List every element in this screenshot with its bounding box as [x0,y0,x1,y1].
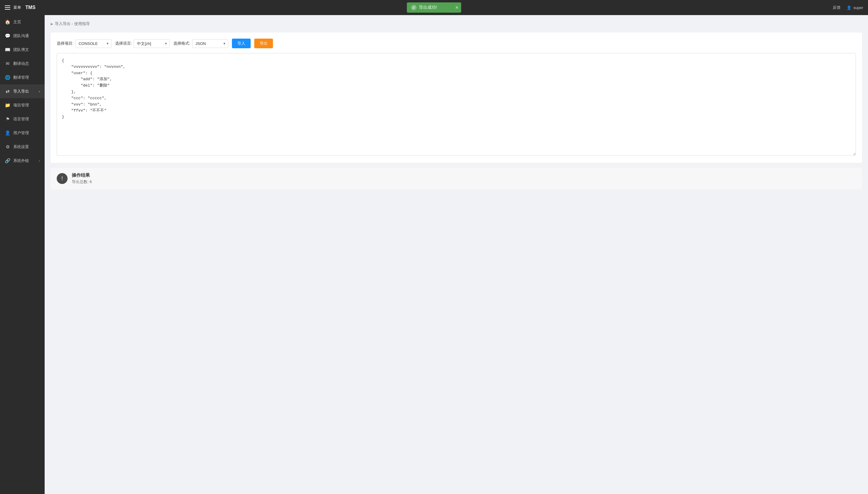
result-section: ! 操作结果 导出总数: 6 [51,168,862,189]
json-textarea[interactable]: { "vvvvvvvvvv": "nvvnvn", "user": { "add… [57,53,856,156]
user-icon: 👤 [847,5,851,10]
project-select-label: 选择项目: [57,41,74,46]
language-select-group: 选择语言: 中文[zh] ▼ [115,39,170,48]
project-icon: 📁 [5,102,10,108]
project-select-wrapper: CONSOLE ▼ [75,39,112,48]
toast-check-icon: ✓ [411,5,417,10]
result-content: 操作结果 导出总数: 6 [72,172,92,185]
external-icon: 🔗 [5,158,10,164]
external-expand-arrow: › [39,159,40,163]
toolbar: 选择项目: CONSOLE ▼ 选择语言: 中文[zh] ▼ [57,39,856,48]
sidebar-item-system-settings[interactable]: ⚙ 系统设置 [0,140,45,154]
format-select-group: 选择格式: JSON ▼ [173,39,228,48]
sidebar-label-translation-manage: 翻译管理 [13,75,40,80]
sidebar-item-team-blog[interactable]: 📖 团队博文 [0,43,45,57]
sidebar-item-translation-manage[interactable]: 🌐 翻译管理 [0,71,45,84]
language-select[interactable]: 中文[zh] [134,39,170,48]
sidebar-label-system-settings: 系统设置 [13,144,40,150]
project-select-group: 选择项目: CONSOLE ▼ [57,39,112,48]
user-menu[interactable]: 👤 super [847,5,863,10]
export-button[interactable]: 导出 [254,39,273,48]
sidebar-item-translation-trends[interactable]: ✉ 翻译动态 [0,57,45,71]
sidebar-label-team-chat: 团队沟通 [13,33,40,39]
translation-icon: 🌐 [5,75,10,80]
language-select-label: 选择语言: [115,41,132,46]
sidebar-label-project-manage: 项目管理 [13,102,40,108]
sidebar-label-home: 主页 [13,19,40,25]
import-export-icon: ⇄ [5,89,10,94]
sidebar-label-user-manage: 用户管理 [13,130,40,136]
app-layout: 🏠 主页 💬 团队沟通 📖 团队博文 ✉ 翻译动态 🌐 翻译管理 ⇄ 导入导出 … [0,15,868,494]
language-icon: ⚑ [5,116,10,122]
breadcrumb: ▶ 导入导出 - 使用指导 [51,21,862,26]
feedback-link[interactable]: 反馈 [833,5,841,10]
breadcrumb-arrow-icon: ▶ [51,22,53,26]
sidebar-label-system-external: 系统外链 [13,158,36,164]
sidebar-item-system-external[interactable]: 🔗 系统外链 › [0,154,45,168]
language-select-wrapper: 中文[zh] ▼ [134,39,170,48]
sidebar-item-import-export[interactable]: ⇄ 导入导出 › [0,84,45,98]
username-label: super [853,5,863,10]
sidebar-label-language-manage: 语言管理 [13,116,40,122]
blog-icon: 📖 [5,47,10,53]
menu-toggle[interactable] [5,5,10,10]
result-desc: 导出总数: 6 [72,179,92,185]
main-content: ▶ 导入导出 - 使用指导 选择项目: CONSOLE ▼ 选择语言: [45,15,868,494]
format-select-wrapper: JSON ▼ [192,39,228,48]
home-icon: 🏠 [5,19,10,25]
user-manage-icon: 👤 [5,130,10,136]
sidebar-item-project-manage[interactable]: 📁 项目管理 [0,98,45,112]
format-select[interactable]: JSON [192,39,228,48]
import-button[interactable]: 导入 [232,39,251,48]
chat-icon: 💬 [5,33,10,39]
sidebar-item-user-manage[interactable]: 👤 用户管理 [0,126,45,140]
app-logo: TMS [25,5,36,10]
sidebar-active-arrow: › [39,90,40,93]
result-icon: ! [57,173,67,184]
sidebar-label-import-export: 导入导出 [13,89,36,94]
toast-message: 导出成功! [419,5,437,10]
menu-label: 菜单 [13,5,21,10]
sidebar: 🏠 主页 💬 团队沟通 📖 团队博文 ✉ 翻译动态 🌐 翻译管理 ⇄ 导入导出 … [0,15,45,494]
sidebar-item-language-manage[interactable]: ⚑ 语言管理 [0,112,45,126]
sidebar-label-team-blog: 团队博文 [13,47,40,53]
trends-icon: ✉ [5,61,10,66]
sidebar-item-home[interactable]: 🏠 主页 [0,15,45,29]
sidebar-label-translation-trends: 翻译动态 [13,61,40,66]
toast-close-button[interactable]: ✕ [455,5,459,10]
result-title: 操作结果 [72,172,92,178]
toast-success: ✓ 导出成功! ✕ [407,2,461,13]
breadcrumb-text: 导入导出 - 使用指导 [55,21,90,26]
sidebar-item-team-chat[interactable]: 💬 团队沟通 [0,29,45,43]
header-right: 反馈 👤 super [833,5,863,10]
project-select[interactable]: CONSOLE [75,39,112,48]
app-header: 菜单 TMS ✓ 导出成功! ✕ 反馈 👤 super [0,0,868,15]
settings-icon: ⚙ [5,144,10,150]
content-card: 选择项目: CONSOLE ▼ 选择语言: 中文[zh] ▼ [51,33,862,163]
toast-container: ✓ 导出成功! ✕ [407,2,461,13]
format-select-label: 选择格式: [173,41,190,46]
